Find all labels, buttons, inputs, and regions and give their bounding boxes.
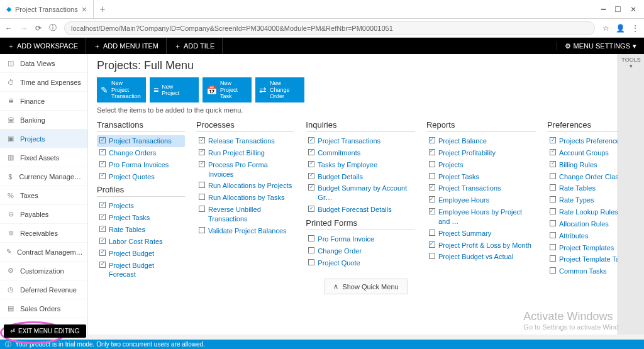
sidebar-item[interactable]: ▤Sales Orders xyxy=(0,299,87,318)
minimize-icon[interactable]: ━ xyxy=(601,5,606,14)
quick-tile[interactable]: 📅NewProjectTask xyxy=(203,77,252,102)
sidebar-item[interactable]: ▣Projects xyxy=(0,130,87,148)
checkbox-icon[interactable] xyxy=(308,184,314,191)
checkbox-icon[interactable] xyxy=(99,137,106,143)
checkbox-icon[interactable] xyxy=(550,161,556,167)
checkbox-icon[interactable] xyxy=(308,259,314,265)
checkbox-icon[interactable] xyxy=(429,253,435,259)
quick-tile[interactable]: ⇄NewChangeOrder xyxy=(255,77,304,102)
checkbox-icon[interactable] xyxy=(550,137,556,143)
sidebar-item[interactable]: %Taxes xyxy=(0,186,87,205)
sidebar-item[interactable]: ✎Contract Managem… xyxy=(0,243,87,262)
checkbox-icon[interactable] xyxy=(429,161,435,167)
checkbox-icon[interactable] xyxy=(308,137,314,143)
menu-item[interactable]: Rate Tables xyxy=(97,224,185,236)
menu-item[interactable]: Project Tasks xyxy=(426,171,536,183)
checkbox-icon[interactable] xyxy=(99,202,106,208)
checkbox-icon[interactable] xyxy=(99,214,106,220)
checkbox-icon[interactable] xyxy=(429,173,435,179)
quick-tile[interactable]: ≡NewProject xyxy=(150,77,199,102)
menu-item[interactable]: Project Quotes xyxy=(97,171,185,183)
checkbox-icon[interactable] xyxy=(429,196,435,202)
checkbox-icon[interactable] xyxy=(429,208,435,214)
close-icon[interactable]: ✕ xyxy=(630,5,636,14)
menu-item[interactable]: Projects xyxy=(426,159,536,171)
menu-item[interactable]: Run Project Billing xyxy=(196,147,294,159)
checkbox-icon[interactable] xyxy=(308,173,314,179)
checkbox-icon[interactable] xyxy=(550,208,556,214)
tab-close-icon[interactable]: × xyxy=(82,4,87,14)
tools-panel[interactable]: TOOLS ▾ xyxy=(618,54,644,335)
add-tile-button[interactable]: ＋ADD TILE xyxy=(167,38,223,54)
menu-item[interactable]: Pro Forma Invoices xyxy=(97,159,185,171)
menu-item[interactable]: Project Profitability xyxy=(426,147,536,159)
checkbox-icon[interactable] xyxy=(199,206,205,212)
menu-item[interactable]: Projects xyxy=(97,200,185,212)
sidebar-item[interactable]: ⏱Time and Expenses xyxy=(0,73,87,92)
sidebar-item[interactable]: $Currency Manage… xyxy=(0,167,87,186)
checkbox-icon[interactable] xyxy=(308,149,314,155)
new-tab-button[interactable]: + xyxy=(94,4,111,15)
browser-tab[interactable]: ◆ Project Transactions × xyxy=(0,0,94,18)
menu-item[interactable]: Budget Forecast Details xyxy=(306,204,415,216)
sidebar-item[interactable]: ≣Finance xyxy=(0,92,87,111)
checkbox-icon[interactable] xyxy=(550,255,556,262)
checkbox-icon[interactable] xyxy=(550,232,556,238)
menu-item[interactable]: Budget Details xyxy=(306,171,415,183)
checkbox-icon[interactable] xyxy=(199,182,205,188)
menu-item[interactable]: Budget Summary by Account Gr… xyxy=(306,182,415,204)
reload-icon[interactable]: ⟳ xyxy=(35,24,42,33)
checkbox-icon[interactable] xyxy=(429,149,435,155)
checkbox-icon[interactable] xyxy=(429,184,435,191)
menu-settings-button[interactable]: ⚙MENU SETTINGS▾ xyxy=(557,42,644,50)
nav-back-icon[interactable]: ← xyxy=(5,24,13,33)
sidebar-item[interactable]: 🏛Banking xyxy=(0,111,87,130)
user-icon[interactable]: 👤 xyxy=(616,24,625,33)
checkbox-icon[interactable] xyxy=(429,241,435,248)
checkbox-icon[interactable] xyxy=(550,220,556,226)
checkbox-icon[interactable] xyxy=(99,149,106,155)
sidebar-item[interactable]: ⚙Customization xyxy=(0,262,87,280)
menu-item[interactable]: Project Budget vs Actual xyxy=(426,251,536,263)
nav-forward-icon[interactable]: → xyxy=(20,24,28,33)
menu-item[interactable]: Pro Forma Invoice xyxy=(306,233,415,245)
sidebar-item[interactable]: ▥Fixed Assets xyxy=(0,148,87,167)
menu-item[interactable]: Commitments xyxy=(306,147,415,159)
checkbox-icon[interactable] xyxy=(99,161,106,167)
checkbox-icon[interactable] xyxy=(550,149,556,155)
menu-item[interactable]: Change Orders xyxy=(97,147,185,159)
menu-item[interactable]: Employee Hours by Project and … xyxy=(426,206,536,228)
quick-tile[interactable]: ✎NewProjectTransaction xyxy=(97,77,146,102)
checkbox-icon[interactable] xyxy=(550,184,556,191)
checkbox-icon[interactable] xyxy=(199,227,205,233)
menu-item[interactable]: Project Transactions xyxy=(306,135,415,147)
checkbox-icon[interactable] xyxy=(308,161,314,167)
checkbox-icon[interactable] xyxy=(199,149,205,155)
menu-item[interactable]: Validate Project Balances xyxy=(196,225,294,237)
checkbox-icon[interactable] xyxy=(99,238,106,244)
show-quick-menu-button[interactable]: ∧Show Quick Menu xyxy=(324,279,408,294)
menu-item[interactable]: Project Summary xyxy=(426,228,536,240)
menu-item[interactable]: Run Allocations by Projects xyxy=(196,180,294,192)
checkbox-icon[interactable] xyxy=(550,267,556,274)
exit-menu-editing-button[interactable]: ⏎EXIT MENU EDITING xyxy=(4,324,86,338)
url-input[interactable]: localhost/Demo/Main?CompanyID=Company&Sc… xyxy=(64,21,595,35)
checkbox-icon[interactable] xyxy=(199,161,205,167)
checkbox-icon[interactable] xyxy=(308,235,314,241)
menu-item[interactable]: Employee Hours xyxy=(426,194,536,206)
menu-item[interactable]: Labor Cost Rates xyxy=(97,236,185,248)
sidebar-item[interactable]: ⊖Payables xyxy=(0,205,87,224)
checkbox-icon[interactable] xyxy=(308,247,314,253)
checkbox-icon[interactable] xyxy=(550,173,556,179)
sidebar-item[interactable]: ◫Data Views xyxy=(0,54,87,73)
maximize-icon[interactable]: ☐ xyxy=(614,5,621,14)
menu-dots-icon[interactable]: ⋮ xyxy=(631,24,639,33)
add-workspace-button[interactable]: ＋ADD WORKSPACE xyxy=(0,38,86,54)
checkbox-icon[interactable] xyxy=(550,196,556,202)
sidebar-item[interactable]: ◷Deferred Revenue xyxy=(0,280,87,299)
info-icon[interactable]: ⓘ xyxy=(49,23,57,33)
menu-item[interactable]: Tasks by Employee xyxy=(306,159,415,171)
checkbox-icon[interactable] xyxy=(199,194,205,200)
checkbox-icon[interactable] xyxy=(308,206,314,212)
menu-item[interactable]: Project Transactions xyxy=(97,135,185,147)
